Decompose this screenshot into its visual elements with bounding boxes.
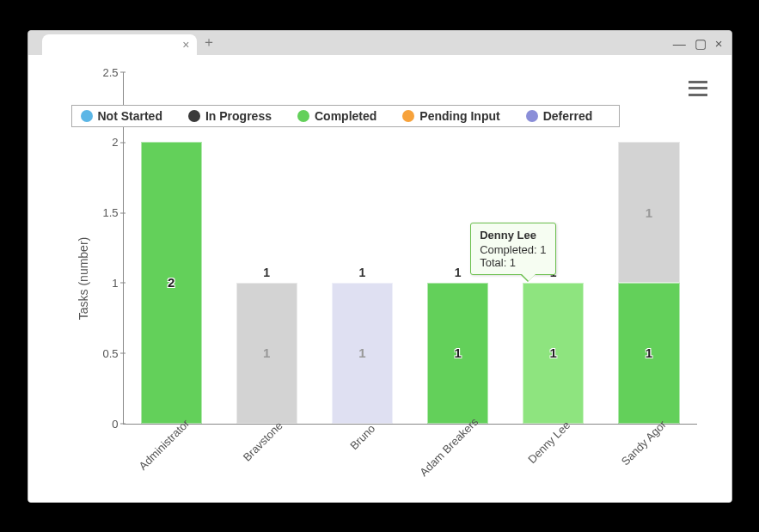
x-tick-label: Sandy Agor <box>619 418 669 468</box>
bar-segment[interactable]: 1 <box>618 283 679 424</box>
x-tick-label: Bruno <box>348 421 378 451</box>
content-area: Tasks (number) Not StartedIn ProgressCom… <box>28 55 731 502</box>
y-tick: 2.5 <box>89 65 119 78</box>
tooltip-title: Denny Lee <box>480 229 546 242</box>
bar-total-label: 1 <box>236 266 297 279</box>
legend: Not StartedIn ProgressCompletedPending I… <box>71 105 620 127</box>
bar[interactable]: 11 <box>618 142 679 423</box>
minimize-icon[interactable]: — <box>673 36 686 52</box>
legend-label: Deferred <box>543 109 593 123</box>
bar[interactable]: 1 <box>236 283 297 424</box>
legend-swatch <box>297 110 309 122</box>
window-controls: — ▢ × <box>673 36 723 52</box>
bar[interactable]: 1 <box>332 283 393 424</box>
bar-segment[interactable]: 2 <box>141 142 202 423</box>
bar-total-label: 1 <box>332 266 393 279</box>
legend-item[interactable]: Deferred <box>526 109 593 123</box>
x-tick-label: Denny Lee <box>525 418 572 465</box>
chart: Tasks (number) Not StartedIn ProgressCom… <box>37 64 723 493</box>
bar[interactable]: 1 <box>523 283 584 424</box>
browser-tab[interactable]: × <box>42 34 197 55</box>
bar[interactable]: 2 <box>141 142 202 423</box>
legend-swatch <box>526 110 538 122</box>
browser-window: × ＋ — ▢ × Tasks (number) Not StartedIn P… <box>28 30 732 503</box>
segment-value: 1 <box>358 345 365 360</box>
segment-value: 2 <box>168 275 174 290</box>
segment-value: 1 <box>646 205 652 220</box>
close-icon[interactable]: × <box>715 36 723 52</box>
y-tick: 0 <box>89 417 119 430</box>
legend-label: Pending Input <box>419 109 499 123</box>
segment-value: 1 <box>454 345 461 360</box>
x-tick-label: Bravstone <box>241 419 285 463</box>
bar-segment[interactable]: 1 <box>523 283 584 424</box>
segment-value: 1 <box>550 345 557 360</box>
legend-item[interactable]: Not Started <box>81 109 162 123</box>
maximize-icon[interactable]: ▢ <box>695 36 707 52</box>
legend-item[interactable]: In Progress <box>188 109 272 123</box>
bar-segment[interactable]: 1 <box>618 142 679 283</box>
x-tick-label: Adam Breakers <box>417 415 480 479</box>
bar[interactable]: 1 <box>427 283 488 424</box>
bar-segment[interactable]: 1 <box>236 283 297 424</box>
legend-label: In Progress <box>205 109 272 123</box>
y-tick: 0.5 <box>89 346 119 359</box>
tooltip: Denny Lee Completed: 1 Total: 1 <box>470 223 555 275</box>
legend-swatch <box>402 110 414 122</box>
legend-label: Not Started <box>98 109 162 123</box>
legend-item[interactable]: Completed <box>297 109 376 123</box>
titlebar: × ＋ — ▢ × <box>28 31 731 55</box>
tab-close-icon[interactable]: × <box>182 38 189 52</box>
bar-segment[interactable]: 1 <box>332 283 393 424</box>
legend-item[interactable]: Pending Input <box>402 109 499 123</box>
segment-value: 1 <box>646 345 652 360</box>
segment-value: 1 <box>263 345 270 360</box>
bar-segment[interactable]: 1 <box>427 283 488 424</box>
new-tab-icon[interactable]: ＋ <box>202 34 216 52</box>
y-tick: 1.5 <box>89 206 119 219</box>
y-tick: 2 <box>89 136 119 149</box>
tooltip-line-total: Total: 1 <box>480 256 546 269</box>
legend-swatch <box>188 110 200 122</box>
x-tick-label: Administrator <box>137 416 193 472</box>
tooltip-line-completed: Completed: 1 <box>480 243 546 256</box>
legend-label: Completed <box>315 109 376 123</box>
y-axis-label: Tasks (number) <box>77 236 90 319</box>
legend-swatch <box>81 110 93 122</box>
y-tick: 1 <box>89 276 119 289</box>
